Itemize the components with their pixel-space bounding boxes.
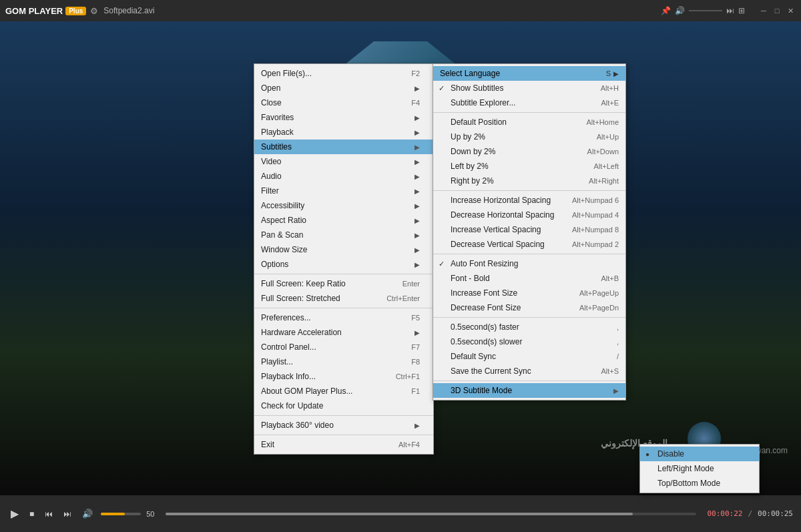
seek-fill	[166, 513, 633, 515]
menu-item-playback[interactable]: Playback ▶	[254, 125, 433, 140]
menu-item-increase-h-spacing[interactable]: Increase Horizontal Spacing Alt+Numpad 6	[433, 193, 625, 208]
menu-item-playback-info[interactable]: Playback Info... Ctrl+F1	[254, 369, 433, 384]
restore-icon[interactable]: ⊞	[738, 6, 745, 15]
close-button[interactable]: ✕	[785, 5, 796, 16]
menu-separator-2	[254, 308, 433, 308]
plus-badge: Plus	[65, 7, 86, 15]
menu-item-favorites[interactable]: Favorites ▶	[254, 110, 433, 125]
menu-item-options[interactable]: Options ▶	[254, 257, 433, 272]
stop-button[interactable]: ■	[27, 507, 37, 521]
menu-item-auto-font-resizing[interactable]: ✓ Auto Font Resizing	[433, 256, 625, 271]
volume-fill	[101, 513, 125, 515]
submenu-arrow: ▶	[613, 387, 619, 394]
menu-item-accessibility[interactable]: Accessibility ▶	[254, 198, 433, 213]
menu-item-show-subtitles[interactable]: ✓ Show Subtitles Alt+H	[433, 81, 625, 95]
time-current: 00:00:22	[707, 509, 742, 518]
menu-item-increase-v-spacing[interactable]: Increase Vertical Spacing Alt+Numpad 8	[433, 222, 625, 237]
menu-item-font-bold[interactable]: Font - Bold Alt+B	[433, 271, 625, 286]
menu-item-preferences[interactable]: Preferences... F5	[254, 310, 433, 325]
context-menu-l2: Select Language S ▶ ✓ Show Subtitles Alt…	[433, 63, 626, 401]
check-icon: ✓	[439, 84, 445, 93]
submenu-arrow: ▶	[415, 422, 420, 429]
menu-item-aspect-ratio[interactable]: Aspect Ratio ▶	[254, 213, 433, 228]
menu-item-video[interactable]: Video ▶	[254, 154, 433, 169]
time-total: 00:00:25	[758, 509, 793, 518]
pin-icon[interactable]: 📌	[661, 6, 671, 15]
titlebar: GOM PLAYER Plus ⚙ Softpedia2.avi 📌 🔊 ⏭ ⊞…	[0, 0, 801, 21]
menu-item-open-files[interactable]: Open File(s)... F2	[254, 66, 433, 81]
menu-item-filter[interactable]: Filter ▶	[254, 184, 433, 198]
filename: Softpedia2.avi	[103, 6, 661, 15]
menu-item-subtitles[interactable]: Subtitles ▶	[254, 140, 433, 154]
speaker-icon[interactable]: 🔊	[675, 6, 685, 15]
submenu-arrow: ▶	[415, 217, 420, 224]
menu-item-default-position[interactable]: Default Position Alt+Home	[433, 115, 625, 129]
gear-icon[interactable]: ⚙	[90, 6, 98, 16]
menu-item-close[interactable]: Close F4	[254, 95, 433, 110]
menu-separator-4	[254, 435, 433, 435]
media-controls: 📌 🔊 ⏭ ⊞	[661, 6, 745, 15]
menu-item-up-2[interactable]: Up by 2% Alt+Up	[433, 129, 625, 144]
menu-item-fullscreen-ratio[interactable]: Full Screen: Keep Ratio Enter	[254, 276, 433, 291]
time-separator: /	[748, 509, 752, 518]
menu-separator-4	[433, 317, 625, 318]
menu-item-playback-360[interactable]: Playback 360° video ▶	[254, 418, 433, 433]
menu-item-3d-subtitle[interactable]: 3D Subtitle Mode ▶	[433, 383, 625, 398]
menu-separator-5	[433, 380, 625, 381]
menu-item-exit[interactable]: Exit Alt+F4	[254, 437, 433, 452]
volume-slider[interactable]	[101, 513, 141, 515]
menu-item-left-2[interactable]: Left by 2% Alt+Left	[433, 159, 625, 174]
submenu-arrow: ▶	[415, 232, 420, 239]
play-button[interactable]: ▶	[8, 505, 21, 523]
menu-item-save-sync[interactable]: Save the Current Sync Alt+S	[433, 364, 625, 378]
submenu-arrow: ▶	[415, 114, 420, 121]
menu-item-default-sync[interactable]: Default Sync /	[433, 349, 625, 364]
menu-item-fullscreen-stretched[interactable]: Full Screen: Stretched Ctrl+Enter	[254, 291, 433, 306]
seek-bar[interactable]	[166, 513, 697, 515]
submenu-arrow: ▶	[415, 144, 420, 151]
menu-separator-2	[433, 190, 625, 191]
submenu-arrow: ▶	[415, 158, 420, 166]
menu-item-about[interactable]: About GOM Player Plus... F1	[254, 384, 433, 398]
menu-item-hw-accel[interactable]: Hardware Acceleration ▶	[254, 325, 433, 340]
next-button[interactable]: ⏭	[61, 507, 74, 521]
context-menu-l3: ● Disable Left/Right Mode Top/Bottom Mod…	[639, 444, 760, 493]
submenu-arrow: ▶	[415, 85, 420, 92]
skip-forward-icon[interactable]: ⏭	[726, 6, 734, 15]
menu-item-playlist[interactable]: Playlist... F8	[254, 354, 433, 369]
menu-separator	[254, 274, 433, 274]
menu-item-right-2[interactable]: Right by 2% Alt+Right	[433, 174, 625, 188]
menu-separator	[433, 112, 625, 113]
menu-item-subtitle-explorer[interactable]: Subtitle Explorer... Alt+E	[433, 95, 625, 110]
submenu-arrow: ▶	[415, 129, 420, 136]
menu-item-control-panel[interactable]: Control Panel... F7	[254, 340, 433, 354]
maximize-button[interactable]: □	[772, 5, 782, 16]
seek-bar-mini	[689, 10, 722, 11]
bullet-icon: ●	[645, 451, 649, 458]
context-menu-l1: Open File(s)... F2 Open ▶ Close F4 Favor…	[254, 63, 434, 455]
menu-item-disable[interactable]: ● Disable	[640, 447, 759, 461]
menu-item-audio[interactable]: Audio ▶	[254, 169, 433, 184]
menu-item-down-2[interactable]: Down by 2% Alt+Down	[433, 144, 625, 159]
menu-item-pan-scan[interactable]: Pan & Scan ▶	[254, 228, 433, 242]
menu-item-slower[interactable]: 0.5second(s) slower ,	[433, 334, 625, 349]
menu-separator-3	[254, 415, 433, 416]
submenu-arrow: ▶	[415, 173, 420, 180]
menu-item-open[interactable]: Open ▶	[254, 81, 433, 95]
menu-item-faster[interactable]: 0.5second(s) faster ,	[433, 320, 625, 334]
menu-item-decrease-font[interactable]: Decrease Font Size Alt+PageDn	[433, 300, 625, 315]
submenu-arrow: ▶	[415, 188, 420, 195]
control-bar: ▶ ■ ⏮ ⏭ 🔊 50 00:00:22 / 00:00:25	[0, 495, 801, 532]
window-controls: ─ □ ✕	[758, 5, 796, 16]
menu-item-decrease-v-spacing[interactable]: Decrease Vertical Spacing Alt+Numpad 2	[433, 237, 625, 252]
minimize-button[interactable]: ─	[758, 5, 769, 16]
menu-item-decrease-h-spacing[interactable]: Decrease Horizontal Spacing Alt+Numpad 4	[433, 208, 625, 222]
menu-item-top-bottom-mode[interactable]: Top/Bottom Mode	[640, 476, 759, 491]
menu-item-window-size[interactable]: Window Size ▶	[254, 242, 433, 257]
prev-button[interactable]: ⏮	[42, 507, 55, 521]
menu-item-increase-font[interactable]: Increase Font Size Alt+PageUp	[433, 286, 625, 300]
volume-icon[interactable]: 🔊	[79, 506, 95, 521]
menu-item-check-update[interactable]: Check for Update	[254, 398, 433, 413]
menu-item-left-right-mode[interactable]: Left/Right Mode	[640, 461, 759, 476]
menu-item-select-language[interactable]: Select Language S ▶	[433, 66, 625, 81]
